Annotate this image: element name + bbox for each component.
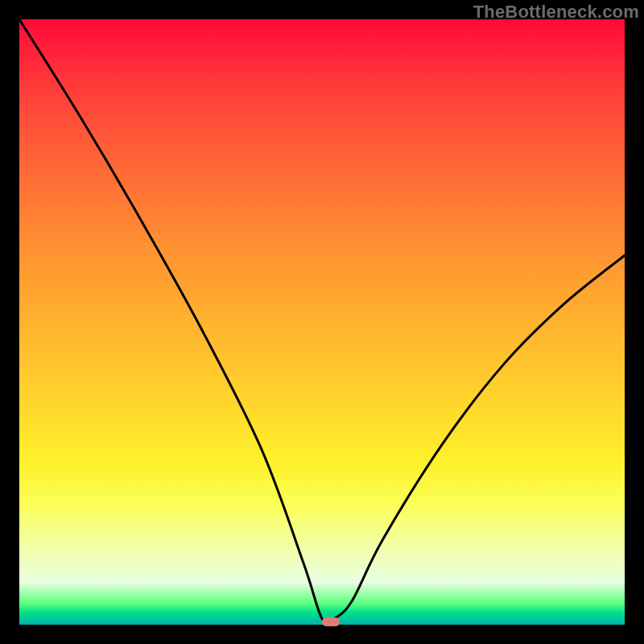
watermark-text: TheBottleneck.com <box>473 2 639 23</box>
plot-area <box>19 19 625 625</box>
min-marker <box>322 617 340 626</box>
chart-frame: TheBottleneck.com <box>0 0 644 644</box>
bottleneck-curve <box>19 19 625 625</box>
curve-path <box>19 19 625 623</box>
